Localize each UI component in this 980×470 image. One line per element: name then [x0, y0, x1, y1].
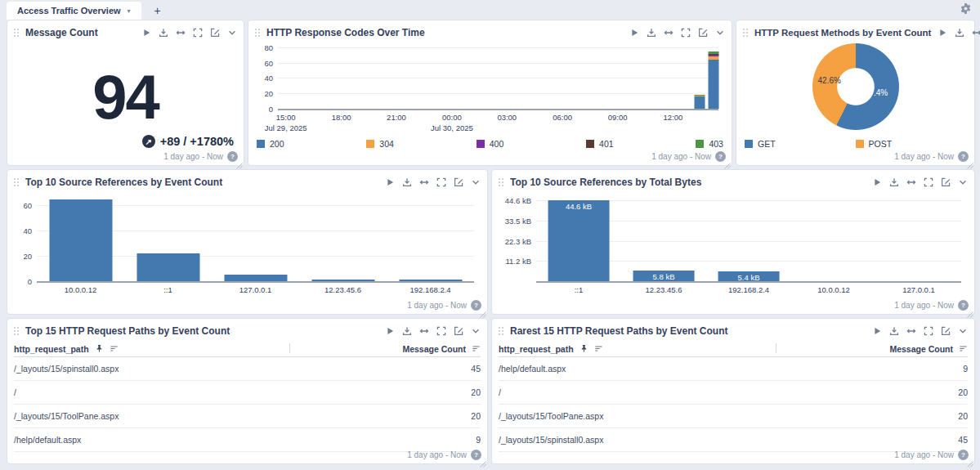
resize-handle[interactable] [480, 456, 486, 463]
legend-item-401[interactable]: 401 [586, 137, 614, 150]
download-icon[interactable] [889, 326, 899, 336]
pin-icon[interactable] [95, 344, 104, 353]
sort-icon[interactable] [959, 344, 968, 353]
resize-handle[interactable] [480, 307, 486, 313]
legend-item-400[interactable]: 400 [477, 137, 504, 150]
x-tick-label: 00:00Jul 30, 2025 [431, 113, 473, 134]
drag-handle-icon[interactable] [499, 178, 503, 186]
table-row[interactable]: /_layouts/15/ToolPane.aspx20 [499, 405, 968, 428]
bar-segment-401 [708, 54, 718, 55]
resize-handle[interactable] [236, 158, 243, 164]
table-row[interactable]: /_layouts/15/spinstall0.aspx45 [14, 357, 481, 381]
fullscreen-icon[interactable] [924, 326, 933, 336]
resize-horizontal-icon[interactable] [419, 326, 429, 336]
x-category-label: ::1 [163, 285, 172, 296]
bar[interactable]: 5.4 kB [718, 271, 780, 281]
y-tick-label: 20 [23, 252, 32, 261]
drag-handle-icon[interactable] [743, 29, 748, 37]
edit-icon[interactable] [454, 177, 463, 187]
column-header-path[interactable]: http_request_path [14, 344, 89, 354]
path-cell: /_layouts/15/ToolPane.aspx [14, 411, 119, 421]
table-row[interactable]: /20 [14, 381, 481, 405]
table-row[interactable]: /_layouts/15/ToolPane.aspx20 [14, 405, 481, 428]
edit-icon[interactable] [698, 28, 708, 38]
bar[interactable] [136, 253, 199, 281]
edit-icon[interactable] [941, 177, 951, 187]
trend-label: +89 / +1780% [160, 135, 234, 148]
bar[interactable] [49, 199, 112, 281]
bar[interactable]: 44.6 kB [548, 200, 610, 281]
column-header-path[interactable]: http_request_path [499, 344, 574, 354]
timerange-label: 1 day ago - Now [407, 301, 467, 310]
fullscreen-icon[interactable] [924, 177, 933, 187]
chevron-down-icon[interactable] [958, 177, 968, 187]
chevron-down-icon[interactable] [471, 326, 481, 336]
resize-horizontal-icon[interactable] [906, 177, 916, 187]
bar[interactable] [399, 280, 462, 281]
bar[interactable] [224, 275, 287, 281]
play-icon[interactable] [872, 326, 882, 336]
plot-area: 02040608015:00Jul 29, 202518:0021:0000:0… [278, 46, 718, 110]
table-body: /_layouts/15/spinstall0.aspx45/20/_layou… [14, 357, 481, 452]
resize-handle[interactable] [967, 307, 973, 313]
edit-icon[interactable] [454, 326, 463, 336]
resize-handle[interactable] [724, 158, 731, 164]
gear-icon[interactable] [960, 2, 972, 15]
column-header-count[interactable]: Message Count [402, 344, 466, 354]
download-icon[interactable] [402, 177, 412, 187]
chevron-down-icon[interactable] [715, 28, 725, 38]
download-icon[interactable] [647, 28, 656, 38]
column-header-count[interactable]: Message Count [889, 344, 953, 354]
bar[interactable] [311, 280, 374, 281]
resize-horizontal-icon[interactable] [419, 177, 429, 187]
fullscreen-icon[interactable] [436, 177, 446, 187]
drag-handle-icon[interactable] [14, 178, 19, 186]
legend-item-post[interactable]: POST [856, 137, 967, 150]
table-row[interactable]: /20 [499, 381, 968, 405]
fullscreen-icon[interactable] [436, 326, 446, 336]
donut-chart[interactable]: 57.4%42.6% [812, 43, 899, 130]
fullscreen-icon[interactable] [681, 28, 691, 38]
widget-title: Rarest 15 HTTP Request Paths by Event Co… [510, 325, 728, 337]
table-row[interactable]: /help/default.aspx9 [499, 357, 968, 381]
legend-item-403[interactable]: 403 [696, 137, 723, 150]
legend-item-304[interactable]: 304 [366, 137, 394, 150]
download-icon[interactable] [402, 326, 412, 336]
stacked-bar[interactable] [708, 46, 718, 109]
play-icon[interactable] [872, 177, 882, 187]
play-icon[interactable] [385, 177, 395, 187]
sort-icon[interactable] [472, 344, 481, 353]
drag-handle-icon[interactable] [499, 327, 503, 335]
resize-handle[interactable] [967, 158, 973, 164]
legend-item-get[interactable]: GET [745, 137, 856, 150]
resize-horizontal-icon[interactable] [972, 28, 980, 38]
resize-horizontal-icon[interactable] [906, 326, 916, 336]
stacked-bar[interactable] [694, 46, 705, 109]
chevron-down-icon[interactable] [471, 177, 481, 187]
drag-handle-icon[interactable] [14, 327, 19, 335]
download-icon[interactable] [955, 28, 964, 38]
edit-icon[interactable] [941, 326, 951, 336]
tab-access-traffic-overview[interactable]: Access Traffic Overview ▾ [7, 2, 141, 20]
resize-handle[interactable] [967, 456, 973, 463]
sort-icon[interactable] [110, 344, 119, 353]
play-icon[interactable] [629, 28, 639, 38]
legend-swatch [257, 140, 265, 148]
add-tab-button[interactable]: + [141, 2, 174, 20]
play-icon[interactable] [937, 28, 947, 38]
download-icon[interactable] [889, 177, 899, 187]
table-row[interactable]: /help/default.aspx9 [14, 428, 481, 452]
y-tick-label: 40 [264, 74, 273, 83]
widget-toolbar [629, 28, 725, 38]
pin-icon[interactable] [579, 344, 588, 353]
play-icon[interactable] [385, 326, 395, 336]
legend-item-200[interactable]: 200 [257, 137, 284, 150]
drag-handle-icon[interactable] [255, 29, 260, 37]
legend-label: 304 [379, 139, 394, 149]
bar[interactable]: 5.8 kB [633, 271, 695, 281]
table-row[interactable]: /_layouts/15/spinstall0.aspx45 [499, 428, 968, 452]
resize-horizontal-icon[interactable] [664, 28, 673, 38]
chevron-down-icon[interactable] [958, 326, 968, 336]
slice-label-post: 42.6% [818, 76, 841, 85]
sort-icon[interactable] [594, 344, 603, 353]
